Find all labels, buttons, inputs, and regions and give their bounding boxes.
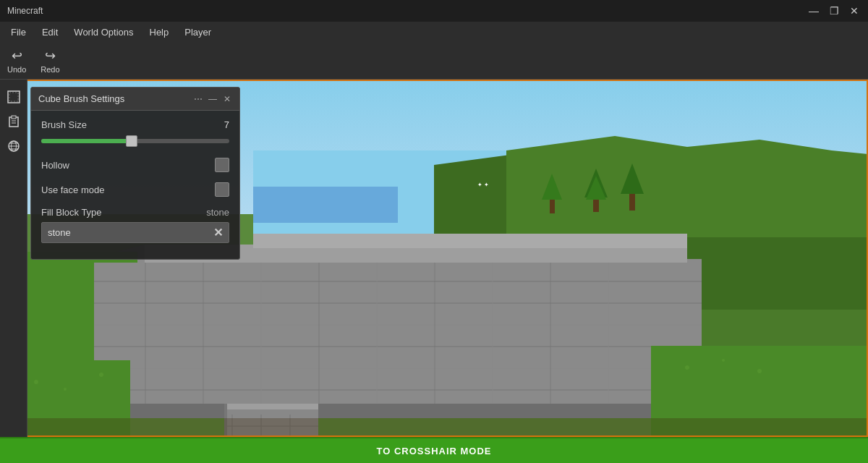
svg-rect-24 [434,259,435,418]
redo-icon: ↪ [42,48,58,64]
sidebar-select-icon[interactable] [4,87,24,107]
undo-button[interactable]: ↩ Undo [7,48,26,74]
svg-text:✦ ✦: ✦ ✦ [477,182,489,188]
hollow-toggle[interactable] [215,158,229,172]
slider-fill [41,139,132,143]
svg-rect-27 [608,259,609,418]
menu-player[interactable]: Player [177,25,218,40]
minimize-button[interactable]: — [807,4,820,17]
undo-label: Undo [7,65,26,74]
svg-point-48 [722,359,725,362]
svg-rect-14 [87,302,702,304]
fill-block-label: Fill Block Type [41,207,206,218]
svg-rect-21 [260,259,262,418]
svg-rect-25 [492,259,493,418]
svg-point-45 [64,388,67,391]
menu-edit[interactable]: Edit [35,25,65,40]
block-search-input[interactable]: stone [48,227,213,238]
svg-rect-52 [8,91,20,103]
menu-bar: File Edit World Options Help Player [0,22,868,42]
left-sidebar [0,80,27,437]
svg-rect-12 [87,259,702,418]
fill-block-label-row: Fill Block Type stone [41,207,229,218]
svg-point-44 [34,380,38,384]
svg-marker-4 [506,136,868,237]
svg-rect-17 [87,368,702,369]
crosshair-text: TO CROSSHAIR MODE [376,446,491,456]
brush-size-label-row: Brush Size 7 [41,119,229,130]
menu-help[interactable]: Help [142,25,176,40]
brush-panel: Cube Brush Settings ⋯ — ✕ Brush Size 7 [30,87,240,260]
search-clear-button[interactable]: ✕ [213,226,223,239]
toolbar: ↩ Undo ↪ Redo [0,42,868,80]
menu-world-options[interactable]: World Options [67,25,140,40]
brush-size-value: 7 [224,119,229,130]
crosshair-bar[interactable]: TO CROSSHAIR MODE [0,437,868,463]
hollow-row: Hollow [41,158,229,172]
brush-panel-title: Cube Brush Settings [38,93,124,104]
brush-size-label: Brush Size [41,119,217,130]
svg-point-47 [685,365,689,370]
close-button[interactable]: ✕ [848,4,861,17]
svg-rect-22 [318,259,320,418]
undo-icon: ↩ [9,48,25,64]
svg-rect-23 [376,259,378,418]
brush-panel-body: Brush Size 7 Hollow Use face mode [31,111,239,259]
sidebar-clipboard-icon[interactable] [4,111,24,132]
panel-controls: ⋯ — ✕ [193,94,232,104]
brush-panel-header: Cube Brush Settings ⋯ — ✕ [31,88,239,111]
use-face-mode-toggle[interactable] [215,182,229,197]
panel-close-icon[interactable]: ✕ [222,94,232,104]
svg-point-49 [757,369,762,373]
sidebar-globe-icon[interactable] [4,136,24,156]
block-search-row: stone ✕ [41,222,229,243]
svg-rect-26 [550,259,551,418]
window-controls: — ❐ ✕ [807,4,861,17]
redo-label: Redo [41,65,59,74]
restore-button[interactable]: ❐ [827,4,841,17]
svg-rect-31 [87,404,702,418]
fill-block-value: stone [206,207,229,218]
main-content: ✦ ✦ [0,80,868,463]
use-face-mode-row: Use face mode [41,182,229,197]
hollow-label: Hollow [41,160,215,171]
svg-rect-29 [253,234,687,248]
brush-size-slider[interactable] [41,135,229,148]
svg-rect-53 [9,93,18,101]
panel-minimize-icon[interactable]: — [208,94,218,104]
fill-block-row: Fill Block Type stone stone ✕ [41,207,229,243]
svg-point-46 [99,373,103,377]
svg-rect-10 [550,197,555,213]
svg-rect-55 [12,116,16,119]
title-bar: Minecraft — ❐ ✕ [0,0,868,22]
menu-file[interactable]: File [4,25,33,40]
slider-track [41,139,229,143]
slider-thumb[interactable] [126,135,137,147]
brush-size-row: Brush Size 7 [41,119,229,148]
svg-rect-13 [87,281,702,282]
svg-rect-20 [203,259,204,418]
svg-rect-19 [145,259,146,418]
use-face-mode-label: Use face mode [41,184,215,195]
svg-rect-2 [253,187,398,223]
svg-rect-16 [87,346,702,347]
redo-button[interactable]: ↪ Redo [41,48,59,74]
panel-settings-icon[interactable]: ⋯ [193,94,203,104]
svg-rect-15 [87,324,702,326]
svg-rect-37 [224,404,318,409]
svg-rect-18 [87,389,702,391]
window-title: Minecraft [7,6,43,16]
